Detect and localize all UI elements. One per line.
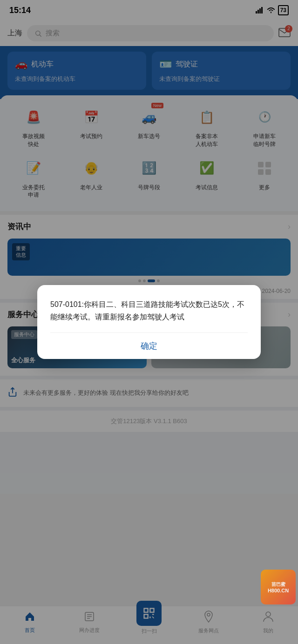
- watermark-site: H800.CN: [268, 588, 289, 593]
- modal-box: 507-0101:你科目二、科目三道路技能考试次数已达5次，不能继续考试。请重新…: [37, 285, 261, 359]
- watermark-top: 苗巴蜜: [271, 581, 285, 588]
- modal-confirm-button[interactable]: 确定: [50, 333, 248, 359]
- modal-message: 507-0101:你科目二、科目三道路技能考试次数已达5次，不能继续考试。请重新…: [50, 298, 248, 323]
- modal-overlay: 507-0101:你科目二、科目三道路技能考试次数已达5次，不能继续考试。请重新…: [0, 0, 298, 644]
- watermark: 苗巴蜜 H800.CN: [261, 570, 298, 607]
